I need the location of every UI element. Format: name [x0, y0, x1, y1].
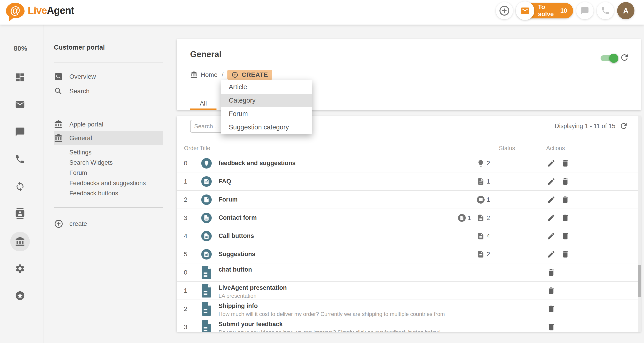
- table-scrollbar-thumb[interactable]: [638, 265, 641, 297]
- article-page-icon: [201, 320, 212, 332]
- sidebar-subitem-settings[interactable]: Settings: [44, 148, 177, 158]
- delete-button[interactable]: [547, 323, 556, 332]
- sidebar-item-label: General: [69, 134, 92, 142]
- table-row[interactable]: 2Shipping infoHow much will it cost to d…: [177, 300, 641, 318]
- table-row[interactable]: 0feedback and suggestions2: [177, 154, 641, 172]
- delete-button[interactable]: [547, 304, 556, 313]
- forum-circle-icon: [477, 196, 484, 204]
- row-title: FAQ: [218, 178, 445, 185]
- rail-item-gear[interactable]: [10, 259, 30, 278]
- edit-button[interactable]: [547, 159, 556, 168]
- article-page-icon: [201, 266, 212, 279]
- rail-item-phone[interactable]: [10, 150, 30, 169]
- menu-item-category[interactable]: Category: [221, 94, 312, 107]
- row-subtitle: Do you have any ideas on how we can impr…: [218, 329, 445, 332]
- refresh-icon[interactable]: [620, 53, 629, 62]
- rail-item-chat[interactable]: [10, 122, 30, 142]
- refresh-icon[interactable]: [620, 122, 628, 130]
- avatar[interactable]: A: [617, 2, 634, 19]
- row-order: 3: [177, 214, 194, 222]
- chats-button[interactable]: [576, 2, 594, 19]
- edit-button[interactable]: [547, 250, 556, 258]
- table-row[interactable]: 1LiveAgent presentationLA presentation: [177, 281, 641, 300]
- row-title: LiveAgent presentation: [218, 284, 445, 291]
- delete-button[interactable]: [547, 286, 556, 295]
- table-row[interactable]: 3Submit your feedbackDo you have any ide…: [177, 318, 641, 332]
- delete-button[interactable]: [561, 177, 570, 186]
- sidebar-item-apple-portal[interactable]: Apple portal: [44, 118, 177, 131]
- page-title: General: [190, 50, 222, 59]
- breadcrumb-home[interactable]: Home: [200, 71, 218, 78]
- table-row[interactable]: 2Forum1: [177, 190, 641, 208]
- sidebar-item-label: Overview: [69, 73, 96, 80]
- row-order: 1: [177, 178, 194, 185]
- chat-icon: [15, 127, 25, 137]
- row-title: Contact form: [218, 214, 445, 221]
- rail-item-star[interactable]: [10, 286, 30, 306]
- logo-text-agent: Agent: [47, 5, 74, 16]
- table-row[interactable]: 3Contact form12: [177, 208, 641, 227]
- status-count: 2: [486, 160, 490, 167]
- row-order: 3: [177, 324, 194, 331]
- gear-icon: [15, 264, 25, 274]
- delete-button[interactable]: [561, 196, 570, 204]
- to-solve-button[interactable]: To solve 10: [517, 3, 573, 18]
- edit-button[interactable]: [547, 232, 556, 240]
- delete-button[interactable]: [547, 268, 556, 277]
- doc-circle-icon: [201, 176, 212, 187]
- sidebar-subitem-forum[interactable]: Forum: [44, 168, 177, 178]
- sidebar-item-search[interactable]: Search: [44, 84, 177, 98]
- bank-icon: [15, 236, 25, 247]
- topbar: @ LiveAgent To solve 10 A: [0, 0, 644, 24]
- menu-item-forum[interactable]: Forum: [221, 107, 312, 120]
- rail-item-bank[interactable]: [10, 232, 30, 251]
- menu-item-article[interactable]: Article: [221, 80, 312, 94]
- rail-item-sync[interactable]: [10, 177, 30, 196]
- table-row[interactable]: 5Suggestions2: [177, 245, 641, 263]
- edit-button[interactable]: [547, 177, 556, 186]
- edit-button[interactable]: [547, 196, 556, 204]
- rail-item-mail[interactable]: [10, 95, 30, 114]
- portal-enabled-toggle[interactable]: [600, 55, 613, 61]
- sidebar-subitem-feedback-buttons[interactable]: Feedback buttons: [44, 188, 177, 198]
- bank-icon: [54, 134, 63, 142]
- bank-icon: [190, 71, 198, 79]
- edit-button[interactable]: [547, 214, 556, 222]
- logo-speech-bubble-icon: @: [6, 3, 24, 18]
- liveagent-logo[interactable]: @ LiveAgent: [6, 3, 74, 18]
- add-new-button[interactable]: [496, 2, 513, 19]
- doc-icon: [477, 178, 484, 185]
- sidebar-item-overview[interactable]: Overview: [44, 69, 177, 84]
- row-status: 1: [445, 196, 541, 204]
- overview-icon: [54, 72, 63, 81]
- delete-button[interactable]: [561, 232, 570, 240]
- lightbulb-circle-icon: [201, 158, 212, 168]
- calls-button[interactable]: [597, 2, 614, 19]
- table-scrollbar[interactable]: [638, 116, 641, 332]
- table-row[interactable]: 4Call buttons4: [177, 227, 641, 245]
- delete-button[interactable]: [561, 159, 570, 168]
- sidebar-item-create[interactable]: create: [44, 216, 177, 231]
- delete-button[interactable]: [561, 214, 570, 222]
- sidebar-subitem-search-widgets[interactable]: Search Widgets: [44, 158, 177, 168]
- zoom-level: 80%: [0, 44, 41, 52]
- toggle-knob: [609, 54, 618, 63]
- delete-button[interactable]: [561, 250, 570, 258]
- sidebar-item-general[interactable]: General: [54, 131, 163, 145]
- doc-circle-icon: [201, 194, 212, 205]
- create-button[interactable]: CREATE: [228, 70, 272, 80]
- phone-icon: [15, 154, 25, 164]
- menu-item-suggestion-category[interactable]: Suggestion category: [221, 120, 312, 134]
- doc-icon: [477, 214, 484, 222]
- sidebar-subitem-feedbacks-and-suggestions[interactable]: Feedbacks and suggestions: [44, 178, 177, 188]
- row-order: 5: [177, 251, 194, 258]
- rail-item-dashboard[interactable]: [10, 68, 30, 87]
- rail-item-contacts[interactable]: [10, 204, 30, 223]
- mail-icon: [15, 100, 25, 110]
- avatar-letter: A: [623, 6, 629, 15]
- bank-icon: [54, 120, 63, 129]
- tab-all[interactable]: All: [190, 97, 216, 110]
- table-row[interactable]: 1FAQ1: [177, 172, 641, 190]
- table-row[interactable]: 0chat button: [177, 263, 641, 281]
- row-order: 2: [177, 305, 194, 312]
